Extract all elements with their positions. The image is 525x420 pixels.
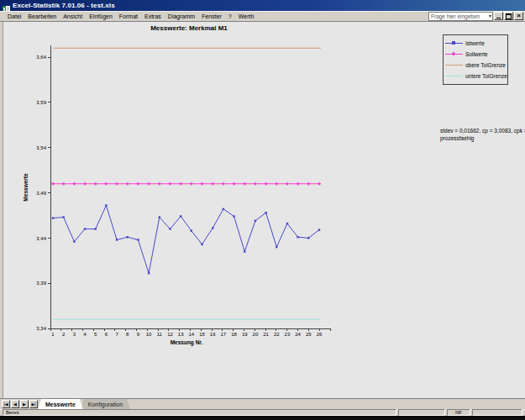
x-tick-label: 4 — [83, 332, 87, 337]
question-box-text: Frage hier eingeben — [431, 13, 480, 19]
close-button[interactable]: × — [514, 12, 523, 20]
x-tick-label: 8 — [126, 332, 129, 337]
menu-datei[interactable]: Datei — [4, 13, 24, 19]
stats-line1: stdev = 0,01662, cp = 3,0083, cpk = 1, — [440, 127, 525, 134]
minimize-button[interactable] — [494, 12, 503, 20]
first-sheet-button[interactable]: |◀ — [2, 400, 10, 408]
restore-icon — [506, 13, 512, 19]
close-icon: × — [517, 13, 521, 19]
x-tick-label: 19 — [242, 332, 248, 337]
tab-messwerte[interactable]: Messwerte — [38, 399, 83, 409]
series-marker-1 — [83, 182, 87, 186]
legend-label: Istwerte — [465, 40, 485, 46]
legend-item-istwerte[interactable]: Istwerte — [445, 38, 506, 49]
x-tick-label: 24 — [295, 332, 301, 337]
series-marker-1 — [222, 182, 225, 186]
menu-fenster[interactable]: Fenster — [198, 13, 225, 19]
window-title: Excel-Statistik 7.01.06 - test.xls — [13, 2, 115, 9]
series-marker-istwerte — [318, 228, 320, 230]
menu-werth[interactable]: Werth — [235, 13, 258, 19]
next-sheet-button[interactable]: ▶ — [20, 400, 29, 408]
series-marker-istwerte — [105, 204, 107, 206]
legend-label: Sollwerte — [465, 51, 488, 57]
legend-item-sollwerte[interactable]: Sollwerte — [445, 49, 506, 60]
sheet-tab-bar: |◀ ◀ ▶ ▶| Messwerte Konfiguration — [0, 398, 525, 409]
series-marker-istwerte — [116, 239, 118, 240]
stats-annotation: stdev = 0,01662, cp = 3,0083, cpk = 1, p… — [440, 127, 525, 142]
restore-button[interactable] — [504, 12, 513, 20]
series-marker-istwerte — [265, 212, 266, 213]
series-marker-istwerte — [169, 228, 171, 229]
legend-item-untere-tolgrenze[interactable]: untere TolGrenze — [445, 71, 506, 81]
legend-sample-istwerte — [445, 40, 463, 46]
x-tick-label: 22 — [274, 332, 280, 337]
series-marker-istwerte — [223, 208, 224, 210]
x-tick-label: 10 — [146, 332, 152, 337]
tab-nav-buttons: |◀ ◀ ▶ ▶| — [2, 399, 40, 409]
y-tick-label: 3,49 — [36, 191, 46, 196]
series-marker-istwerte — [73, 240, 75, 242]
series-marker-1 — [147, 182, 150, 186]
x-tick-label: 7 — [115, 332, 118, 337]
app-window: Excel-Statistik 7.01.06 - test.xls Datei… — [0, 0, 525, 420]
series-marker-istwerte — [212, 227, 213, 228]
series-marker-istwerte — [148, 272, 150, 274]
x-tick-label: 9 — [137, 332, 140, 337]
menu-bar: Datei Bearbeiten Ansicht Einfügen Format… — [0, 11, 525, 22]
bottom-edge — [0, 416, 525, 420]
minimize-icon — [496, 18, 501, 18]
x-tick-label: 20 — [253, 332, 259, 337]
series-marker-istwerte — [255, 220, 256, 222]
series-line-istwerte — [53, 206, 319, 274]
series-marker-istwerte — [201, 244, 202, 245]
title-bar: Excel-Statistik 7.01.06 - test.xls — [0, 0, 525, 11]
menu-extras[interactable]: Extras — [141, 13, 165, 19]
last-sheet-button[interactable]: ▶| — [29, 400, 38, 408]
series-marker-1 — [51, 182, 55, 186]
series-marker-1 — [104, 182, 108, 186]
x-tick-label: 14 — [188, 332, 194, 337]
x-tick-label: 5 — [94, 332, 97, 337]
legend-sample-untere-tolgrenze — [445, 73, 463, 79]
x-tick-label: 26 — [317, 332, 323, 337]
x-tick-label: 23 — [285, 332, 291, 337]
chart-legend[interactable]: Istwerte Sollwerte obere TolGrenze unter… — [443, 34, 508, 85]
series-marker-istwerte — [95, 228, 97, 229]
menu-format[interactable]: Format — [116, 13, 141, 19]
status-panel — [398, 409, 445, 416]
series-marker-1 — [94, 182, 97, 186]
series-marker-1 — [275, 182, 278, 186]
x-tick-label: 2 — [62, 332, 66, 337]
menu-hilfe[interactable]: ? — [225, 13, 235, 19]
x-tick-label: 13 — [178, 332, 184, 337]
x-tick-label: 18 — [231, 332, 237, 337]
series-marker-1 — [233, 182, 236, 186]
y-tick-label: 3,44 — [36, 236, 46, 241]
question-box[interactable]: Frage hier eingeben ▾ — [428, 12, 493, 21]
tab-konfiguration[interactable]: Konfiguration — [81, 399, 130, 409]
series-marker-1 — [286, 182, 289, 186]
legend-item-obere-tolgrenze[interactable]: obere TolGrenze — [445, 60, 506, 71]
y-tick-label: 3,39 — [36, 281, 46, 286]
x-tick-label: 15 — [199, 332, 205, 337]
series-marker-1 — [318, 182, 321, 186]
series-marker-istwerte — [62, 216, 64, 218]
series-marker-istwerte — [180, 215, 181, 217]
series-marker-1 — [136, 182, 139, 186]
x-axis-title: Messung Nr. — [171, 339, 203, 346]
legend-label: untere TolGrenze — [465, 73, 507, 79]
x-tick-label: 12 — [167, 332, 173, 337]
legend-sample-obere-tolgrenze — [445, 62, 463, 68]
status-bar: Bereit NF — [0, 409, 525, 416]
app-icon — [3, 2, 10, 9]
series-marker-istwerte — [127, 236, 129, 238]
status-ready-text: Bereit — [3, 409, 396, 416]
legend-sample-sollwerte — [445, 51, 463, 57]
series-marker-1 — [211, 182, 214, 186]
prev-sheet-button[interactable]: ◀ — [11, 400, 19, 408]
menu-diagramm[interactable]: Diagramm — [165, 13, 198, 19]
dropdown-arrow-icon[interactable]: ▾ — [489, 13, 491, 18]
menu-ansicht[interactable]: Ansicht — [60, 13, 86, 19]
menu-bearbeiten[interactable]: Bearbeiten — [24, 13, 60, 19]
menu-einfuegen[interactable]: Einfügen — [86, 13, 116, 19]
